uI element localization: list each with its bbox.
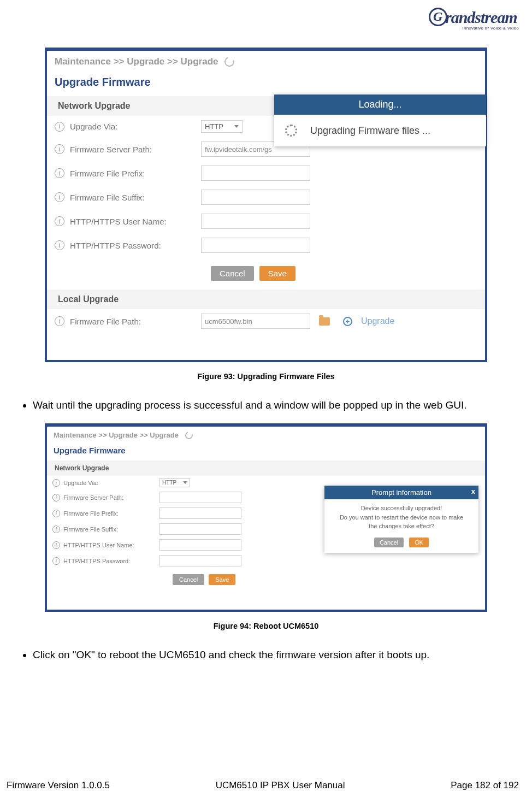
prefix-input[interactable] bbox=[201, 166, 310, 181]
close-icon[interactable]: x bbox=[471, 487, 475, 495]
prefix-label: Firmware File Prefix: bbox=[70, 169, 196, 178]
save-button[interactable]: Save bbox=[259, 266, 295, 281]
server-path-label: Firmware Server Path: bbox=[70, 145, 196, 154]
server-path-label: Firmware Server Path: bbox=[63, 494, 156, 501]
folder-icon[interactable] bbox=[319, 317, 330, 326]
upgrade-via-select[interactable]: HTTP bbox=[159, 478, 190, 487]
username-label: HTTP/HTTPS User Name: bbox=[63, 542, 156, 548]
instruction-wait: Wait until the upgrading process is succ… bbox=[33, 397, 519, 414]
prefix-label: Firmware File Prefix: bbox=[63, 510, 156, 517]
info-icon[interactable]: i bbox=[55, 316, 64, 326]
loading-message: Upgrading Firmware files ... bbox=[310, 125, 430, 137]
suffix-label: Firmware File Suffix: bbox=[70, 193, 196, 202]
footer-page: Page 182 of 192 bbox=[451, 780, 519, 791]
file-path-label: Firmware File Path: bbox=[70, 317, 196, 326]
section-title: Upgrade Firmware bbox=[47, 442, 485, 460]
prompt-header: Prompt information x bbox=[324, 486, 478, 499]
instruction-click-ok: Click on "OK" to reboot the UCM6510 and … bbox=[33, 647, 519, 663]
loading-header: Loading... bbox=[274, 95, 486, 115]
plus-circle-icon[interactable]: + bbox=[343, 317, 352, 326]
info-icon[interactable]: i bbox=[52, 479, 60, 487]
info-icon[interactable]: i bbox=[52, 494, 60, 501]
upgrade-via-label: Upgrade Via: bbox=[63, 480, 156, 486]
info-icon[interactable]: i bbox=[55, 216, 64, 226]
prompt-cancel-button[interactable]: Cancel bbox=[374, 538, 404, 547]
logo-g-icon bbox=[429, 8, 447, 26]
breadcrumb: Maintenance >> Upgrade >> Upgrade bbox=[47, 427, 485, 442]
info-icon[interactable]: i bbox=[55, 144, 64, 154]
prefix-input[interactable] bbox=[159, 507, 241, 519]
figure-93-screenshot: Maintenance >> Upgrade >> Upgrade Upgrad… bbox=[45, 48, 487, 362]
figure-94-screenshot: Maintenance >> Upgrade >> Upgrade Upgrad… bbox=[45, 423, 487, 612]
local-upgrade-header: Local Upgrade bbox=[47, 290, 485, 309]
loading-modal: Loading... Upgrading Firmware files ... bbox=[274, 95, 486, 146]
footer-version: Firmware Version 1.0.0.5 bbox=[7, 780, 110, 791]
upgrade-link[interactable]: Upgrade bbox=[361, 316, 394, 326]
password-label: HTTP/HTTPS Password: bbox=[70, 241, 196, 250]
cancel-button[interactable]: Cancel bbox=[173, 574, 204, 585]
username-input[interactable] bbox=[201, 214, 310, 229]
page-footer: Firmware Version 1.0.0.5 UCM6510 IP PBX … bbox=[0, 780, 532, 791]
refresh-icon[interactable] bbox=[184, 430, 194, 441]
server-path-input[interactable] bbox=[159, 492, 241, 503]
save-button[interactable]: Save bbox=[209, 574, 235, 585]
username-input[interactable] bbox=[159, 539, 241, 551]
password-label: HTTP/HTTPS Password: bbox=[63, 558, 156, 564]
password-input[interactable] bbox=[201, 238, 310, 253]
password-input[interactable] bbox=[159, 555, 241, 566]
figure-94-caption: Figure 94: Reboot UCM6510 bbox=[13, 622, 519, 630]
cancel-button[interactable]: Cancel bbox=[211, 266, 254, 281]
chevron-down-icon bbox=[234, 125, 239, 128]
breadcrumb-text: Maintenance >> Upgrade >> Upgrade bbox=[55, 56, 218, 67]
prompt-body: Device successfully upgraded! Do you wan… bbox=[324, 499, 478, 534]
section-title: Upgrade Firmware bbox=[47, 72, 485, 96]
info-icon[interactable]: i bbox=[55, 168, 64, 178]
suffix-input[interactable] bbox=[159, 523, 241, 535]
prompt-modal: Prompt information x Device successfully… bbox=[324, 486, 478, 553]
brand-logo: randstream Innovative IP Voice & Video bbox=[429, 4, 519, 31]
upgrade-via-select[interactable]: HTTP bbox=[201, 120, 243, 133]
info-icon[interactable]: i bbox=[55, 122, 64, 132]
prompt-ok-button[interactable]: OK bbox=[409, 538, 429, 547]
breadcrumb-text: Maintenance >> Upgrade >> Upgrade bbox=[54, 431, 179, 439]
info-icon[interactable]: i bbox=[55, 240, 64, 250]
chevron-down-icon bbox=[183, 481, 187, 484]
figure-93-caption: Figure 93: Upgrading Firmware Files bbox=[13, 372, 519, 381]
info-icon[interactable]: i bbox=[52, 557, 60, 565]
network-upgrade-header: Network Upgrade bbox=[47, 460, 485, 476]
suffix-input[interactable] bbox=[201, 190, 310, 205]
suffix-label: Firmware File Suffix: bbox=[63, 526, 156, 533]
info-icon[interactable]: i bbox=[52, 541, 60, 549]
spinner-icon bbox=[285, 125, 297, 137]
refresh-icon[interactable] bbox=[223, 55, 237, 68]
username-label: HTTP/HTTPS User Name: bbox=[70, 217, 196, 226]
info-icon[interactable]: i bbox=[52, 526, 60, 533]
breadcrumb: Maintenance >> Upgrade >> Upgrade bbox=[47, 51, 485, 72]
info-icon[interactable]: i bbox=[52, 510, 60, 517]
upgrade-via-label: Upgrade Via: bbox=[70, 122, 196, 131]
file-path-input[interactable]: ucm6500fw.bin bbox=[201, 314, 310, 329]
footer-title: UCM6510 IP PBX User Manual bbox=[216, 780, 345, 791]
logo-brand-text: randstream bbox=[445, 8, 517, 26]
info-icon[interactable]: i bbox=[55, 192, 64, 202]
